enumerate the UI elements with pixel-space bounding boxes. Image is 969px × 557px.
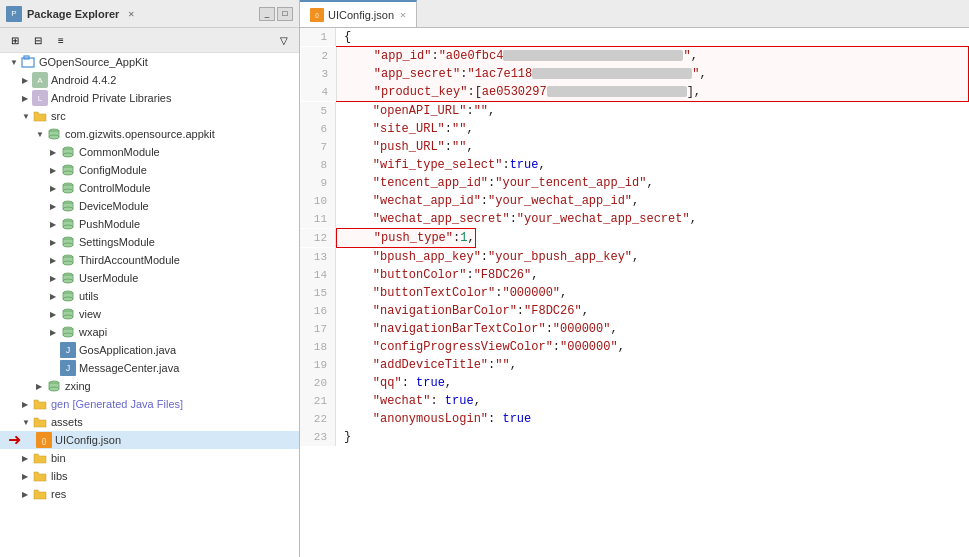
tree-label: res bbox=[51, 488, 66, 500]
line-number: 4 bbox=[301, 83, 337, 101]
code-line-12-wrapper: 12 "push_type":1, bbox=[300, 228, 969, 248]
tree-item-package[interactable]: ▼ com.gizwits.opensource.appkit bbox=[0, 125, 299, 143]
tree-item-UserModule[interactable]: ▶ UserModule bbox=[0, 269, 299, 287]
package-icon bbox=[60, 252, 76, 268]
code-line-18: 18 "configProgressViewColor":"000000", bbox=[300, 338, 969, 356]
tree-label: src bbox=[51, 110, 66, 122]
package-icon bbox=[60, 234, 76, 250]
code-line-21: 21 "wechat": true, bbox=[300, 392, 969, 410]
link-editor-button[interactable]: ⊟ bbox=[27, 30, 49, 50]
collapse-all-button[interactable]: ⊞ bbox=[4, 30, 26, 50]
line-number: 1 bbox=[300, 28, 336, 46]
tree-item-android442[interactable]: ▶ A Android 4.4.2 bbox=[0, 71, 299, 89]
tree-item-res[interactable]: ▶ res bbox=[0, 485, 299, 503]
tree-item-libs[interactable]: ▶ libs bbox=[0, 467, 299, 485]
tree-item-view[interactable]: ▶ view bbox=[0, 305, 299, 323]
code-line-1: 1 { bbox=[300, 28, 969, 46]
red-border-group: 2 "app_id":"a0e0fbc4", 3 "app_secret":"1… bbox=[300, 46, 969, 102]
tree-item-UIConfig[interactable]: ➜ {} UIConfig.json bbox=[0, 431, 299, 449]
svg-point-28 bbox=[63, 279, 73, 283]
expand-arrow: ▼ bbox=[10, 58, 20, 67]
code-line-4: 4 "product_key":[ae0530297], bbox=[337, 83, 968, 101]
svg-point-37 bbox=[63, 333, 73, 337]
package-icon bbox=[60, 270, 76, 286]
svg-point-13 bbox=[63, 189, 73, 193]
panel-title: Package Explorer bbox=[27, 8, 119, 20]
tree-item-ThirdAccountModule[interactable]: ▶ ThirdAccountModule bbox=[0, 251, 299, 269]
tree-item-DeviceModule[interactable]: ▶ DeviceModule bbox=[0, 197, 299, 215]
tree-item-wxapi[interactable]: ▶ wxapi bbox=[0, 323, 299, 341]
expand-arrow: ▶ bbox=[50, 166, 60, 175]
expand-arrow: ▶ bbox=[50, 256, 60, 265]
tree-label: Android 4.4.2 bbox=[51, 74, 116, 86]
folder-icon bbox=[32, 486, 48, 502]
tree-item-bin[interactable]: ▶ bin bbox=[0, 449, 299, 467]
code-line-20: 20 "qq": true, bbox=[300, 374, 969, 392]
tree-label: CommonModule bbox=[79, 146, 160, 158]
tree-label: view bbox=[79, 308, 101, 320]
expand-arrow: ▶ bbox=[22, 454, 32, 463]
package-icon bbox=[60, 216, 76, 232]
code-line-7: 7 "push_URL":"", bbox=[300, 138, 969, 156]
tree-label: PushModule bbox=[79, 218, 140, 230]
code-line-19: 19 "addDeviceTitle":"", bbox=[300, 356, 969, 374]
folder-icon bbox=[32, 396, 48, 412]
svg-point-7 bbox=[63, 153, 73, 157]
expand-arrow: ▶ bbox=[50, 220, 60, 229]
expand-arrow: ▼ bbox=[22, 112, 32, 121]
tree-item-src[interactable]: ▼ src bbox=[0, 107, 299, 125]
tree-label: GOpenSource_AppKit bbox=[39, 56, 148, 68]
expand-button[interactable]: ▽ bbox=[273, 30, 295, 50]
editor-code-area[interactable]: 1 { 2 "app_id":"a0e0fbc4", bbox=[300, 28, 969, 557]
package-icon bbox=[60, 198, 76, 214]
package-icon bbox=[46, 378, 62, 394]
tree-item-root[interactable]: ▼ GOpenSource_AppKit bbox=[0, 53, 299, 71]
tree-label: GosApplication.java bbox=[79, 344, 176, 356]
code-line-23: 23 } bbox=[300, 428, 969, 446]
panel-toolbar: ⊞ ⊟ ≡ ▽ bbox=[0, 28, 299, 53]
code-line-17: 17 "navigationBarTextColor":"000000", bbox=[300, 320, 969, 338]
json-tab-icon: {} bbox=[310, 8, 324, 22]
svg-point-19 bbox=[63, 225, 73, 229]
line-number: 2 bbox=[301, 47, 337, 65]
code-line-10: 10 "wechat_app_id":"your_wechat_app_id", bbox=[300, 192, 969, 210]
tree-item-CommonModule[interactable]: ▶ CommonModule bbox=[0, 143, 299, 161]
maximize-button[interactable]: □ bbox=[277, 7, 293, 21]
package-icon bbox=[46, 126, 62, 142]
java-icon: J bbox=[60, 342, 76, 358]
svg-point-25 bbox=[63, 261, 73, 265]
tree-item-zxing[interactable]: ▶ zxing bbox=[0, 377, 299, 395]
editor-tab-bar: {} UIConfig.json ✕ bbox=[300, 0, 969, 28]
project-icon bbox=[20, 54, 36, 70]
tree-label: MessageCenter.java bbox=[79, 362, 179, 374]
svg-point-34 bbox=[63, 315, 73, 319]
tree-label: UserModule bbox=[79, 272, 138, 284]
minimize-button[interactable]: _ bbox=[259, 7, 275, 21]
expand-arrow: ▶ bbox=[50, 184, 60, 193]
view-menu-button[interactable]: ≡ bbox=[50, 30, 72, 50]
expand-arrow: ▶ bbox=[50, 328, 60, 337]
svg-point-10 bbox=[63, 171, 73, 175]
tree-item-assets[interactable]: ▼ assets bbox=[0, 413, 299, 431]
tree-item-ControlModule[interactable]: ▶ ControlModule bbox=[0, 179, 299, 197]
tree-item-PushModule[interactable]: ▶ PushModule bbox=[0, 215, 299, 233]
svg-point-4 bbox=[49, 135, 59, 139]
panel-title-icon: P bbox=[6, 6, 22, 22]
code-line-22: 22 "anonymousLogin": true bbox=[300, 410, 969, 428]
tree-item-android-private[interactable]: ▶ L Android Private Libraries bbox=[0, 89, 299, 107]
tree-item-ConfigModule[interactable]: ▶ ConfigModule bbox=[0, 161, 299, 179]
tree-item-GosApplication[interactable]: J GosApplication.java bbox=[0, 341, 299, 359]
lib-icon: L bbox=[32, 90, 48, 106]
tree-label: utils bbox=[79, 290, 99, 302]
line-number: 3 bbox=[301, 65, 337, 83]
tree-label: ThirdAccountModule bbox=[79, 254, 180, 266]
expand-arrow: ▼ bbox=[22, 418, 32, 427]
json-file-icon: {} bbox=[36, 432, 52, 448]
android-icon: A bbox=[32, 72, 48, 88]
editor-tab-UIConfig[interactable]: {} UIConfig.json ✕ bbox=[300, 0, 417, 27]
tree-item-gen[interactable]: ▶ gen [Generated Java Files] bbox=[0, 395, 299, 413]
tree-item-utils[interactable]: ▶ utils bbox=[0, 287, 299, 305]
tree-item-MessageCenter[interactable]: J MessageCenter.java bbox=[0, 359, 299, 377]
tree-label: wxapi bbox=[79, 326, 107, 338]
tree-item-SettingsModule[interactable]: ▶ SettingsModule bbox=[0, 233, 299, 251]
